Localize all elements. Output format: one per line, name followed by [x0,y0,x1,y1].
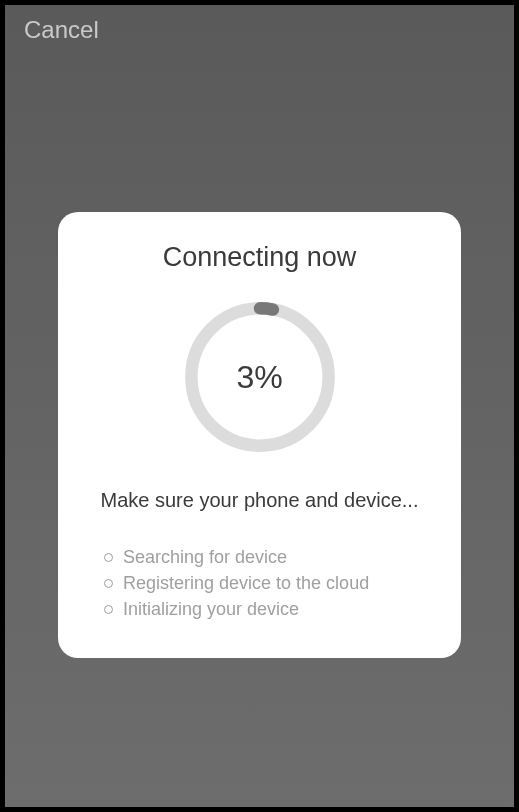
step-label: Searching for device [123,544,287,570]
cancel-button[interactable]: Cancel [24,16,99,44]
bullet-icon [104,579,113,588]
list-item: Initializing your device [104,596,435,622]
step-label: Initializing your device [123,596,299,622]
progress-percent-label: 3% [236,359,282,396]
bullet-icon [104,605,113,614]
steps-list: Searching for device Registering device … [84,544,435,622]
progress-ring: 3% [182,299,338,455]
progress-ring-container: 3% [84,299,435,455]
connecting-modal: Connecting now 3% Make sure your phone a… [58,212,461,658]
step-label: Registering device to the cloud [123,570,369,596]
bullet-icon [104,553,113,562]
instruction-text: Make sure your phone and device... [84,487,435,514]
list-item: Searching for device [104,544,435,570]
modal-title: Connecting now [84,242,435,273]
header-bar: Cancel [0,0,519,60]
list-item: Registering device to the cloud [104,570,435,596]
